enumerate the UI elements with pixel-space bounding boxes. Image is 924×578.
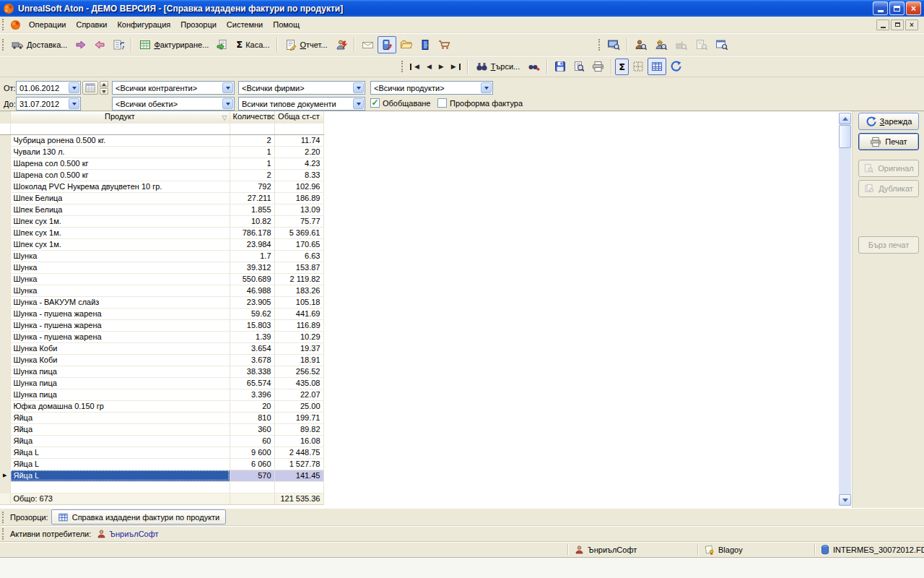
menu-help[interactable]: Помощ (268, 18, 305, 31)
table-row[interactable]: Шунка - пушена жарена1.3910.29 (0, 331, 323, 342)
table-row[interactable]: Шунка пица3.39622.07 (0, 389, 323, 400)
to-date-field[interactable]: 31.07.2012 (16, 97, 81, 111)
import-document-button[interactable] (213, 36, 232, 53)
search-document-button[interactable] (692, 36, 712, 53)
doc-types-combo[interactable]: Всички типове документи (238, 97, 365, 111)
search-add-button[interactable] (524, 59, 544, 75)
toolbar-grip[interactable] (2, 19, 4, 30)
summary-checkbox[interactable]: ✓ Обобщаване (370, 98, 430, 108)
filter-cell[interactable] (230, 123, 274, 134)
table-row[interactable]: Шпек сух 1м.786.1785 369.61 (0, 227, 323, 238)
table-row[interactable]: Шунка1.76.63 (0, 250, 323, 262)
table-row[interactable]: Шунка39.312153.87 (0, 262, 323, 273)
exit-door-button[interactable] (416, 36, 435, 53)
table-row[interactable]: Шунка пица38.338256.52 (0, 366, 323, 377)
toolbar-grip[interactable] (401, 61, 404, 72)
column-header-quantity[interactable]: Количество (230, 111, 274, 123)
table-row[interactable]: Шоколад PVC Нукрема двуцветен 10 гр.7921… (0, 181, 323, 192)
duplicate-button[interactable]: Дубликат (858, 180, 919, 197)
menu-windows[interactable]: Прозорци (175, 18, 222, 31)
search-window-button[interactable] (712, 36, 732, 53)
table-row[interactable]: Шунка - пушена жарена59.62441.69 (0, 308, 323, 319)
table-row[interactable]: ▶Яйца L570141.45 (0, 470, 323, 481)
filter-funnel-icon[interactable]: ▽ (222, 113, 227, 123)
refresh-button[interactable] (666, 58, 685, 75)
preview-button[interactable] (570, 58, 588, 75)
mdi-close-button[interactable]: × (905, 20, 918, 30)
numbered-list-button[interactable] (109, 36, 128, 53)
scroll-down-button[interactable] (839, 494, 851, 506)
table-row[interactable]: Шунка Коби3.65419.37 (0, 342, 323, 354)
mdi-restore-button[interactable] (891, 20, 904, 30)
restore-button[interactable] (889, 1, 905, 15)
first-record-button[interactable]: ◀ (406, 61, 423, 73)
previous-record-button[interactable]: ◀ (423, 61, 435, 73)
products-combo[interactable]: <Всички продукти> (370, 81, 493, 95)
table-row[interactable]: Шпек сух 1м.23.984170.65 (0, 238, 323, 250)
delivery-button[interactable]: Доставка... (7, 36, 71, 53)
invoicing-button[interactable]: Фактуриране... (135, 36, 213, 53)
table-row[interactable]: Чували 130 л.12.20 (0, 146, 323, 158)
active-user-item[interactable]: ЪнриълСофт (97, 529, 158, 539)
calendar-button[interactable] (82, 81, 98, 95)
table-row[interactable]: Шунка - ВАКУУМ слайз23.905105.18 (0, 296, 323, 308)
table-row[interactable]: Яйца L6 0601 527.78 (0, 458, 323, 470)
menu-operations[interactable]: Операции (24, 18, 71, 31)
print-grid-button[interactable] (588, 58, 608, 75)
scroll-up-button[interactable] (839, 113, 851, 124)
menu-reports[interactable]: Справки (71, 18, 112, 31)
return-arrow-button[interactable] (90, 36, 109, 53)
table-row[interactable]: Шунка пица65.574435.08 (0, 377, 323, 389)
table-row[interactable]: Яйца L9 6002 448.75 (0, 447, 323, 458)
menu-system[interactable]: Системни (222, 18, 268, 31)
table-row[interactable]: Шунка Коби3.67818.91 (0, 354, 323, 366)
proforma-checkbox[interactable]: Проформа фактура (437, 98, 523, 108)
search-contractor-button[interactable] (631, 36, 651, 53)
table-row[interactable]: Юфка домашна 0.150 гр2025.00 (0, 400, 323, 412)
column-header-product[interactable]: Продукт▽ (10, 111, 230, 123)
search-button[interactable]: Търси... (471, 59, 525, 75)
table-row[interactable]: Шунка - пушена жарена15.803116.89 (0, 319, 323, 331)
quick-print-button[interactable]: Бърз печат (858, 236, 919, 254)
date-spinner[interactable] (100, 81, 108, 95)
search-client-button[interactable] (651, 36, 671, 53)
folder-button[interactable] (396, 36, 416, 53)
from-date-field[interactable]: 01.06.2012 (16, 81, 81, 95)
next-record-button[interactable]: ▶ (435, 61, 448, 73)
table-view-button[interactable] (648, 58, 666, 75)
print-button[interactable]: Печат (858, 133, 919, 150)
minimize-button[interactable] (873, 1, 888, 15)
table-row[interactable]: Шунка550.6892 119.82 (0, 273, 323, 285)
table-row[interactable]: Шунка46.988183.26 (0, 285, 323, 296)
envelope-button[interactable] (358, 36, 378, 53)
toolbar-grip[interactable] (2, 528, 4, 540)
grid-lines-button[interactable] (629, 58, 648, 75)
table-row[interactable]: Шпек Белица27.211186.89 (0, 192, 323, 204)
table-row[interactable]: Шарена сол 0.500 кг14.23 (0, 158, 323, 169)
view-monitor-button[interactable] (603, 36, 624, 53)
save-button[interactable] (551, 58, 570, 75)
toolbar-grip[interactable] (2, 39, 4, 51)
filter-cell[interactable] (274, 123, 323, 134)
original-button[interactable]: Оригинал (858, 160, 919, 177)
contractors-combo[interactable]: <Всички контрагенти> (112, 81, 235, 95)
user-activity-button[interactable] (332, 36, 351, 53)
export-data-button[interactable] (378, 36, 396, 53)
vertical-scrollbar[interactable] (839, 113, 851, 506)
report-button[interactable]: Отчет... (281, 36, 331, 53)
menu-configuration[interactable]: Конфигурация (112, 18, 175, 31)
spinner-up-icon[interactable] (100, 81, 108, 87)
toolbar-grip[interactable] (598, 39, 601, 51)
table-row[interactable]: Яйца36089.82 (0, 423, 323, 435)
search-object-button[interactable] (671, 36, 692, 53)
table-row[interactable]: Яйца6016.08 (0, 435, 323, 447)
load-button[interactable]: Зарежда (858, 113, 919, 130)
table-row[interactable]: Шпек сух 1м.10.8275.77 (0, 215, 323, 227)
scrollbar-thumb[interactable] (839, 125, 851, 148)
table-filter-row[interactable] (0, 123, 323, 134)
spinner-down-icon[interactable] (100, 88, 108, 95)
close-button[interactable]: × (906, 1, 921, 15)
filter-cell[interactable] (10, 123, 230, 134)
companies-combo[interactable]: <Всички фирми> (238, 81, 365, 95)
forward-arrow-button[interactable] (71, 36, 90, 53)
